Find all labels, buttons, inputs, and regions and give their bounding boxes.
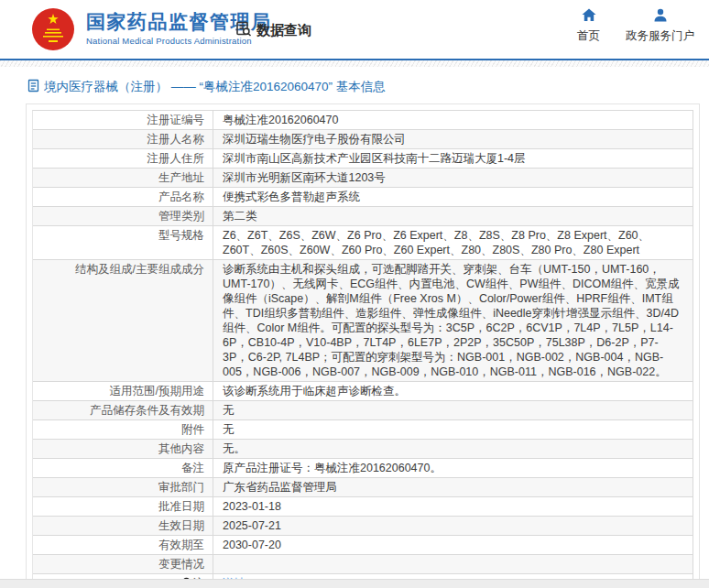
table-row: 有效期至 2030-07-20 (33, 536, 693, 555)
row-label-text: 注册人名称 (147, 132, 205, 147)
table-row: 注册人住所 深圳市南山区高新技术产业园区科技南十二路迈瑞大厦1-4层 (33, 149, 693, 169)
row-value: 深圳迈瑞生物医疗电子股份有限公司 (213, 130, 693, 148)
row-label: 管理类别 (33, 207, 213, 225)
row-label-text: 有效期至 (158, 538, 204, 552)
row-label: 生产地址 (33, 169, 213, 187)
info-table: 注册证编号 粤械注准20162060470 注册人名称 深圳迈瑞生物医疗电子股份… (32, 110, 693, 588)
footer-strip (0, 579, 709, 588)
row-label: 注册人住所 (33, 149, 213, 168)
row-label-text: 变更情况 (158, 557, 204, 572)
nav-portal-label: 政务服务门户 (626, 28, 694, 44)
row-value: 2025-07-21 (213, 517, 693, 535)
row-value: 无 (213, 420, 693, 439)
row-label: 适用范围/预期用途 (33, 382, 213, 400)
row-label: 变更情况 (33, 555, 213, 573)
table-row: 生产地址 深圳市光明新区南环大道1203号 (33, 169, 693, 188)
site-header: 国家药品监督管理局 National Medical Products Admi… (0, 0, 709, 59)
row-label-text: 审批部门 (158, 480, 204, 495)
row-label-text: 生产地址 (158, 170, 204, 185)
row-label-text: 管理类别 (158, 209, 204, 223)
row-value: 原产品注册证号：粤械注准20162060470。 (213, 459, 693, 477)
row-label: 注册人名称 (33, 130, 213, 148)
row-label-text: 注册证编号 (147, 113, 205, 127)
row-label: 其他内容 (33, 440, 213, 458)
row-value: 2023-01-18 (213, 497, 693, 516)
nav-portal[interactable]: 政务服务门户 (626, 8, 694, 44)
national-emblem-logo (31, 7, 75, 51)
row-label: 有效期至 (33, 536, 213, 554)
row-label: 型号规格 (33, 226, 213, 259)
table-row: 管理类别 第二类 (33, 207, 693, 226)
row-label-text: 产品储存条件及有效期 (90, 403, 204, 418)
row-label-text: 产品名称 (158, 190, 204, 204)
row-value: Z6、Z6T、Z6S、Z6W、Z6 Pro、Z6 Expert、Z8、Z8S、Z… (213, 226, 693, 259)
row-value: 无 (213, 401, 693, 419)
row-label: 产品储存条件及有效期 (33, 401, 213, 419)
row-value: 第二类 (213, 207, 693, 225)
row-label: 审批部门 (33, 478, 213, 496)
data-query-label: 数据查询 (256, 22, 311, 39)
table-row: 变更情况 (33, 555, 693, 574)
table-row: 附件 无 (33, 420, 693, 440)
row-label-text: 适用范围/预期用途 (110, 384, 204, 398)
breadcrumb: 境内医疗器械（注册） —— “粤械注准20162060470” 基本信息 (27, 79, 709, 95)
info-panel: 注册证编号 粤械注准20162060470 注册人名称 深圳迈瑞生物医疗电子股份… (26, 103, 700, 588)
home-icon (582, 8, 596, 26)
row-label: 注册证编号 (33, 111, 213, 129)
nav-home-label: 首页 (577, 28, 600, 44)
page-title: 境内医疗器械（注册） —— “粤械注准20162060470” 基本信息 (44, 79, 386, 95)
table-row: 其他内容 无。 (33, 440, 693, 459)
row-value: 广东省药品监督管理局 (213, 478, 693, 496)
table-row: 型号规格 Z6、Z6T、Z6S、Z6W、Z6 Pro、Z6 Expert、Z8、… (33, 226, 693, 260)
row-label-text: 结构及组成/主要组成成分 (75, 262, 204, 277)
hatch-texture-strip (0, 60, 709, 67)
row-label: 备注 (33, 459, 213, 477)
table-row: 审批部门 广东省药品监督管理局 (33, 478, 693, 497)
data-query-icon (235, 20, 253, 40)
row-value: 诊断系统由主机和探头组成，可选配脚踏开关、穿刺架、台车（UMT-150，UMT-… (213, 260, 693, 381)
row-value: 深圳市南山区高新技术产业园区科技南十二路迈瑞大厦1-4层 (213, 149, 693, 168)
row-label: 附件 (33, 420, 213, 439)
row-label: 生效日期 (33, 517, 213, 535)
table-row: 备注 原产品注册证号：粤械注准20162060470。 (33, 459, 693, 478)
user-icon (653, 8, 668, 26)
row-label-text: 型号规格 (158, 228, 204, 243)
row-label-text: 备注 (181, 461, 204, 475)
row-value (213, 555, 693, 573)
table-row: 注册人名称 深圳迈瑞生物医疗电子股份有限公司 (33, 130, 693, 149)
row-label-text: 附件 (181, 422, 204, 437)
row-label-text: 生效日期 (158, 518, 204, 533)
row-label: 批准日期 (33, 497, 213, 516)
top-nav: 首页 政务服务门户 (577, 8, 694, 44)
row-value: 深圳市光明新区南环大道1203号 (213, 169, 693, 187)
row-value: 粤械注准20162060470 (213, 111, 693, 129)
document-icon (27, 79, 39, 95)
row-label-text: 其他内容 (158, 441, 204, 456)
page: 国家药品监督管理局 National Medical Products Admi… (0, 0, 709, 588)
table-row: 注册证编号 粤械注准20162060470 (33, 111, 693, 130)
row-value: 2030-07-20 (213, 536, 693, 554)
row-label: 产品名称 (33, 188, 213, 206)
table-row: 适用范围/预期用途 该诊断系统用于临床超声诊断检查。 (33, 382, 693, 401)
table-row: 批准日期 2023-01-18 (33, 497, 693, 517)
data-query-nav[interactable]: 数据查询 (235, 20, 311, 40)
row-label-text: 批准日期 (158, 499, 204, 514)
row-label-text: 注册人住所 (147, 151, 205, 166)
row-value: 该诊断系统用于临床超声诊断检查。 (213, 382, 693, 400)
nav-home[interactable]: 首页 (577, 8, 600, 44)
table-row: 产品储存条件及有效期 无 (33, 401, 693, 420)
row-value: 便携式彩色多普勒超声系统 (213, 188, 693, 206)
row-label: 结构及组成/主要组成成分 (33, 260, 213, 381)
table-row: 产品名称 便携式彩色多普勒超声系统 (33, 188, 693, 207)
table-row: 生效日期 2025-07-21 (33, 517, 693, 536)
table-row: 结构及组成/主要组成成分 诊断系统由主机和探头组成，可选配脚踏开关、穿刺架、台车… (33, 260, 693, 382)
row-value: 无。 (213, 440, 693, 458)
